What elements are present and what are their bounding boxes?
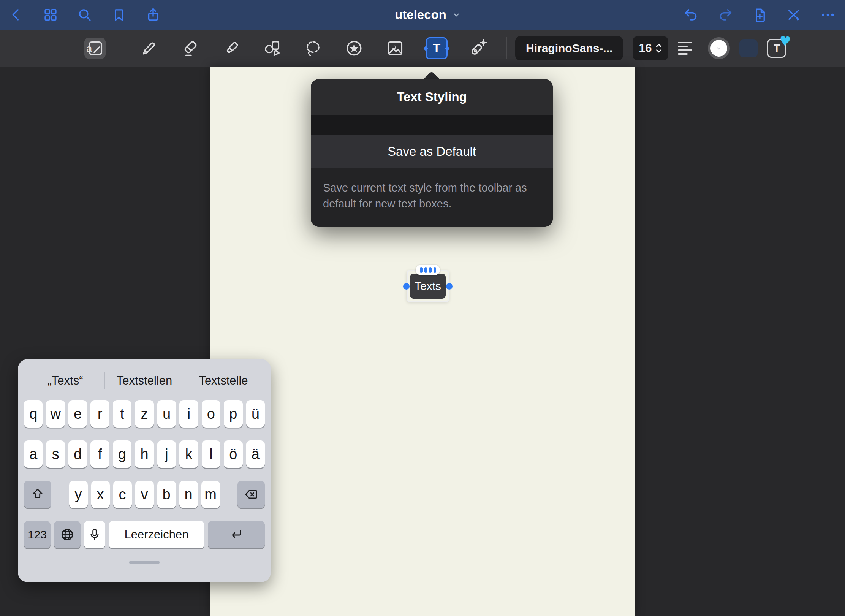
text-color-picker[interactable] — [708, 37, 730, 59]
keyboard-row-1: qwertzuiopü — [24, 400, 265, 428]
scribble-cross-icon[interactable] — [785, 6, 802, 24]
popover-section-divider — [311, 115, 553, 135]
key-y[interactable]: y — [69, 481, 88, 508]
topbar-right-group — [682, 6, 845, 24]
canvas-area: Text Styling Save as Default Save curren… — [0, 67, 845, 616]
key-ö[interactable]: ö — [224, 440, 242, 468]
share-icon[interactable] — [144, 6, 162, 24]
key-j[interactable]: j — [157, 440, 176, 468]
top-navigation-bar: utelecon — [0, 0, 845, 30]
key-s[interactable]: s — [46, 440, 65, 468]
shapes-icon[interactable] — [261, 38, 283, 59]
image-icon[interactable] — [385, 38, 406, 59]
text-tool-handle — [423, 46, 428, 51]
key-q[interactable]: q — [24, 400, 43, 428]
text-box-drag-handle[interactable] — [416, 265, 440, 275]
return-key[interactable] — [208, 521, 265, 548]
shift-icon — [30, 487, 45, 502]
text-tool-label: T — [433, 41, 440, 55]
key-c[interactable]: c — [113, 481, 132, 508]
globe-key[interactable] — [54, 521, 81, 548]
key-r[interactable]: r — [90, 400, 109, 428]
key-ü[interactable]: ü — [246, 400, 265, 428]
lasso-icon[interactable] — [302, 38, 324, 59]
key-i[interactable]: i — [179, 400, 198, 428]
highlighter-icon[interactable] — [220, 38, 242, 59]
font-family-button[interactable]: HiraginoSans-... — [515, 36, 623, 60]
backspace-key[interactable] — [237, 481, 265, 508]
key-o[interactable]: o — [202, 400, 220, 428]
key-h[interactable]: h — [135, 440, 153, 468]
key-n[interactable]: n — [179, 481, 198, 508]
resize-handle-left[interactable] — [403, 283, 410, 290]
redo-icon[interactable] — [717, 6, 734, 24]
more-ellipsis-icon[interactable] — [819, 6, 837, 24]
key-g[interactable]: g — [113, 440, 131, 468]
secondary-color-swatch[interactable] — [739, 39, 758, 57]
key-m[interactable]: m — [201, 481, 220, 508]
popover-title: Text Styling — [311, 79, 553, 115]
key-v[interactable]: v — [135, 481, 154, 508]
elements-star-icon[interactable] — [343, 38, 365, 59]
panel-mode-icon[interactable]: a — [84, 38, 106, 59]
key-w[interactable]: w — [46, 400, 65, 428]
text-tool-icon[interactable]: T — [426, 37, 448, 59]
search-icon[interactable] — [76, 6, 93, 24]
key-d[interactable]: d — [68, 440, 87, 468]
topbar-left-group — [0, 6, 162, 24]
popover-description: Save current text style from the toolbar… — [311, 168, 553, 227]
pen-icon[interactable] — [138, 38, 160, 59]
key-e[interactable]: e — [68, 400, 87, 428]
space-key[interactable]: Leerzeichen — [109, 521, 204, 548]
suggestion-item[interactable]: „Texts“ — [26, 374, 104, 388]
key-u[interactable]: u — [157, 400, 176, 428]
text-style-favorite-icon[interactable]: T ♥ — [767, 39, 786, 58]
globe-icon — [60, 527, 75, 542]
font-size-value: 16 — [639, 41, 652, 55]
add-page-icon[interactable] — [751, 6, 768, 24]
chevron-down-icon — [715, 44, 723, 52]
keyboard-drag-pill[interactable] — [129, 561, 160, 564]
keyboard-row-3-letters: yxcvbnm — [69, 481, 220, 508]
onscreen-keyboard: „Texts“TextstellenTextstelle qwertzuiopü… — [18, 359, 271, 582]
document-title[interactable]: utelecon — [395, 8, 461, 22]
chevron-down-icon — [452, 10, 461, 19]
laser-pointer-icon[interactable] — [467, 38, 489, 59]
key-z[interactable]: z — [135, 400, 153, 428]
key-x[interactable]: x — [91, 481, 110, 508]
selected-color-swatch — [710, 40, 727, 57]
text-box-content[interactable]: Texts — [410, 274, 446, 299]
key-b[interactable]: b — [157, 481, 176, 508]
heart-badge-icon: ♥ — [779, 33, 791, 49]
selected-text-box[interactable]: Texts — [407, 270, 449, 302]
key-p[interactable]: p — [224, 400, 242, 428]
key-ä[interactable]: ä — [246, 440, 265, 468]
text-align-icon[interactable] — [678, 38, 698, 59]
thumbnails-grid-icon[interactable] — [42, 6, 59, 24]
key-f[interactable]: f — [90, 440, 109, 468]
save-as-default-button[interactable]: Save as Default — [311, 135, 553, 168]
eraser-icon[interactable] — [179, 38, 201, 59]
resize-handle-right[interactable] — [446, 283, 453, 290]
tool-group: a T — [84, 37, 489, 59]
key-l[interactable]: l — [202, 440, 220, 468]
suggestion-item[interactable]: Textstelle — [184, 374, 263, 388]
popover-body: Text Styling Save as Default Save curren… — [311, 79, 553, 227]
dictation-key[interactable] — [84, 521, 105, 548]
app-window: utelecon a — [0, 0, 845, 616]
key-k[interactable]: k — [179, 440, 198, 468]
text-tool-handle — [445, 46, 450, 51]
keyboard-rows: qwertzuiopü asdfghjklöä yxcvbnm 123 — [24, 400, 265, 548]
keyboard-row-3: yxcvbnm — [24, 481, 265, 508]
undo-icon[interactable] — [682, 6, 700, 24]
bookmark-icon[interactable] — [110, 6, 128, 24]
back-chevron-icon[interactable] — [8, 6, 25, 24]
key-a[interactable]: a — [24, 440, 43, 468]
shift-key[interactable] — [24, 481, 51, 508]
stepper-chevrons-icon — [655, 42, 663, 54]
backspace-icon — [244, 487, 259, 502]
key-t[interactable]: t — [113, 400, 131, 428]
suggestion-item[interactable]: Textstellen — [105, 374, 184, 388]
font-size-stepper[interactable]: 16 — [633, 36, 668, 60]
numbers-key[interactable]: 123 — [24, 521, 51, 548]
